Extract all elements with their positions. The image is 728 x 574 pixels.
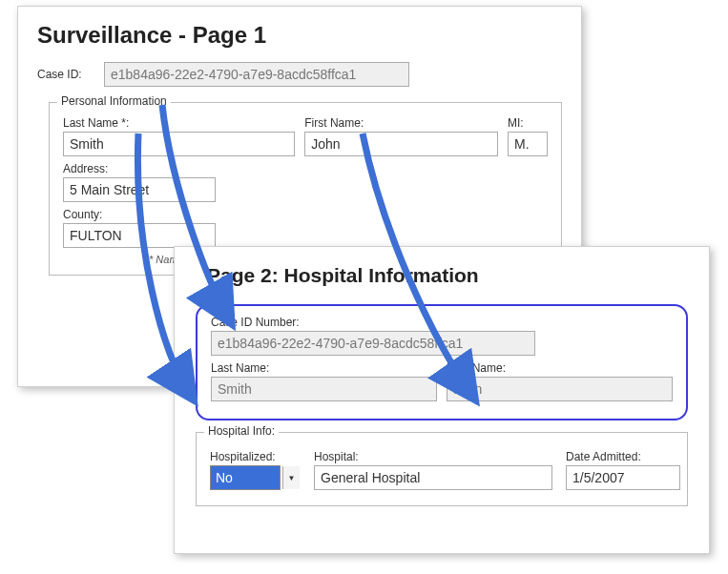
date-admitted-input[interactable]: [566, 465, 680, 490]
mirror-first-name-label: First Name:: [447, 361, 673, 375]
first-name-input[interactable]: [304, 132, 498, 156]
first-name-label: First Name:: [304, 116, 498, 130]
hospitalized-label: Hospitalized:: [210, 450, 301, 463]
mirrored-fields-group: Case ID Number: Last Name: First Name:: [196, 304, 688, 420]
mirror-last-name-label: Last Name:: [211, 361, 437, 375]
mirror-first-name-input: [447, 377, 673, 401]
mirror-case-id-input: [211, 331, 535, 356]
last-name-input[interactable]: [63, 132, 295, 156]
mi-label: MI:: [508, 116, 548, 130]
mirror-case-id-label: Case ID Number:: [211, 316, 673, 329]
chevron-down-icon[interactable]: ▼: [282, 466, 300, 489]
case-id-label: Case ID:: [37, 68, 104, 81]
case-id-row: Case ID:: [37, 62, 562, 87]
hospitalized-value[interactable]: [210, 465, 281, 490]
page2-panel: Page 2: Hospital Information Case ID Num…: [174, 246, 710, 554]
hospitalized-combo[interactable]: ▼: [210, 465, 301, 490]
page1-title: Surveillance - Page 1: [37, 22, 562, 49]
county-input[interactable]: [63, 223, 216, 248]
last-name-label: Last Name *:: [63, 116, 295, 130]
hospital-input[interactable]: [314, 465, 552, 490]
mirror-last-name-input: [211, 377, 437, 401]
county-label: County:: [63, 208, 216, 221]
hospital-label: Hospital:: [314, 450, 552, 463]
personal-info-legend: Personal Information: [57, 94, 171, 108]
page2-title: Page 2: Hospital Information: [207, 264, 690, 287]
case-id-input: [104, 62, 409, 87]
address-input[interactable]: [63, 177, 216, 202]
hospital-info-legend: Hospital Info:: [204, 424, 279, 438]
date-admitted-label: Date Admitted:: [566, 450, 680, 463]
mi-input[interactable]: [508, 132, 548, 156]
address-label: Address:: [63, 162, 216, 175]
hospital-info-group: Hospital Info: Hospitalized: ▼ Hospital:…: [196, 432, 688, 506]
